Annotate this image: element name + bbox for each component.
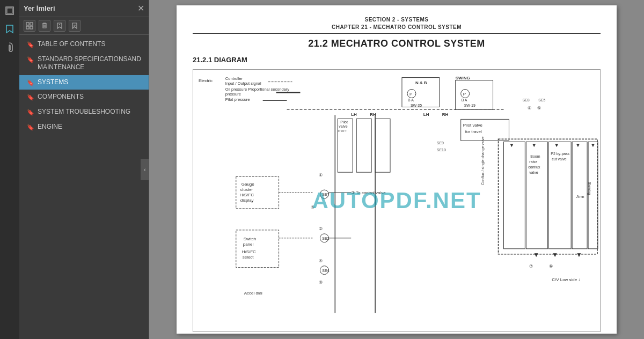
chapter-title: 21.2 MECHATRO CONTROL SYSTEM [193, 38, 601, 49]
bookmark-components-icon: 🔖 [27, 93, 34, 101]
svg-text:for travel: for travel [465, 129, 482, 134]
svg-text:SE5: SE5 [538, 98, 545, 102]
svg-text:valve: valve [529, 171, 538, 174]
svg-text:SWING: SWING [456, 76, 470, 80]
svg-text:Slewing: Slewing [587, 182, 591, 195]
section-label: SECTION 2 - SYSTEMS CHAPTER 21 - MECHATR… [193, 16, 601, 34]
svg-text:Arm: Arm [576, 194, 584, 199]
svg-text:Conflux / single change valve: Conflux / single change valve [481, 136, 485, 185]
svg-text:Pilot  pressure: Pilot pressure [225, 97, 250, 102]
sidebar-title: Yer İmleri [24, 4, 55, 12]
svg-text:▼: ▼ [575, 142, 581, 148]
delete-bookmark-icon[interactable] [39, 20, 50, 32]
svg-text:⑦: ⑦ [529, 264, 533, 269]
svg-text:Pilot valve: Pilot valve [463, 123, 483, 128]
svg-text:⑧: ⑧ [528, 106, 531, 110]
svg-text:C/V Low side ↓: C/V Low side ↓ [552, 277, 580, 282]
bookmark-engine-icon: 🔖 [27, 123, 34, 131]
svg-text:Electric: Electric [199, 78, 213, 83]
svg-text:SW-35: SW-35 [411, 104, 422, 107]
nav-item-standard[interactable]: 🔖 STANDARD SPECIFICATIONSAND MAINTENANCE [19, 52, 149, 75]
svg-text:④: ④ [319, 259, 323, 263]
svg-text:P2 by-pass: P2 by-pass [551, 152, 569, 156]
svg-text:raise: raise [529, 160, 537, 164]
svg-text:Switch: Switch [244, 237, 256, 241]
svg-text:▼: ▼ [552, 251, 558, 259]
svg-text:⑥: ⑥ [549, 264, 553, 269]
svg-rect-69 [503, 142, 525, 248]
svg-text:B  A: B A [408, 98, 414, 102]
nav-item-engine-label: ENGINE [38, 123, 143, 131]
svg-text:③ To control valve: ③ To control valve [351, 190, 386, 195]
nav-item-components[interactable]: 🔖 COMPONENTS [19, 90, 149, 105]
sidebar-header: Yer İmleri ✕ [19, 0, 149, 17]
rename-bookmark-icon[interactable] [69, 20, 80, 32]
diagram-area: AUTOPDF.NET Electric Controller Input / … [193, 69, 601, 332]
bookmarks-icon[interactable] [3, 23, 16, 35]
svg-text:B  A: B A [462, 98, 467, 102]
bookmark-troubleshoot-icon: 🔖 [27, 108, 34, 116]
nav-item-systems-label: SYSTEMS [38, 78, 143, 87]
nav-item-systems[interactable]: 🔖 SYSTEMS [19, 75, 149, 90]
svg-text:P: P [409, 92, 412, 97]
sidebar: Yer İmleri ✕ [19, 0, 149, 339]
svg-text:select: select [243, 255, 254, 260]
svg-rect-5 [30, 26, 33, 29]
svg-text:▼: ▼ [531, 142, 537, 148]
nav-item-components-label: COMPONENTS [38, 93, 143, 101]
svg-text:▼: ▼ [509, 142, 514, 148]
svg-text:H/S/FC: H/S/FC [242, 249, 256, 254]
svg-text:①: ① [319, 173, 323, 178]
svg-text:conflux: conflux [528, 165, 540, 169]
svg-text:SE4: SE4 [322, 269, 329, 272]
nav-item-troubleshooting[interactable]: 🔖 SYSTEM TROUBLESHOOTING [19, 105, 149, 120]
section-line2: CHAPTER 21 - MECHATRO CONTROL SYSTEM [193, 24, 601, 31]
svg-text:P: P [463, 92, 466, 97]
svg-text:SE7: SE7 [322, 193, 329, 196]
svg-text:Oil pressure Proportional  sec: Oil pressure Proportional secondary [225, 87, 289, 92]
paperclip-icon[interactable] [3, 41, 16, 54]
svg-rect-4 [26, 26, 29, 29]
sidebar-toolbar [19, 17, 149, 35]
svg-text:N & B: N & B [415, 80, 427, 85]
nav-item-engine[interactable]: 🔖 ENGINE [19, 120, 149, 135]
svg-text:Gauge: Gauge [241, 182, 254, 187]
nav-item-toc-label: TABLE OF CONTENTS [38, 40, 143, 49]
svg-text:of ATT.: of ATT. [338, 129, 347, 132]
nav-item-troubleshoot-label: SYSTEM TROUBLESHOOTING [38, 108, 143, 116]
svg-rect-2 [26, 23, 29, 25]
svg-text:▼: ▼ [533, 251, 539, 259]
svg-text:②: ② [319, 226, 323, 231]
main-content: SECTION 2 - SYSTEMS CHAPTER 21 - MECHATR… [149, 0, 644, 339]
nav-item-toc[interactable]: 🔖 TABLE OF CONTENTS [19, 37, 149, 52]
sidebar-close-button[interactable]: ✕ [137, 3, 144, 13]
svg-rect-81 [588, 142, 598, 248]
pages-icon[interactable] [3, 4, 16, 17]
page-container: SECTION 2 - SYSTEMS CHAPTER 21 - MECHATR… [149, 0, 644, 339]
expand-all-icon[interactable] [24, 20, 35, 32]
svg-text:SE8: SE8 [522, 98, 529, 102]
svg-text:display: display [240, 198, 254, 203]
svg-text:SE2: SE2 [322, 237, 329, 240]
svg-text:H/S/FC: H/S/FC [240, 193, 254, 197]
svg-rect-1 [7, 8, 12, 13]
svg-text:SE9: SE9 [437, 141, 444, 145]
bookmark-standard-icon: 🔖 [27, 56, 34, 63]
svg-text:cut valve: cut valve [552, 157, 567, 161]
svg-text:SW-19: SW-19 [464, 104, 475, 107]
page: SECTION 2 - SYSTEMS CHAPTER 21 - MECHATR… [177, 5, 617, 334]
icon-bar [0, 0, 19, 339]
bookmark-toc-icon: 🔖 [27, 41, 34, 48]
svg-text:cluster: cluster [240, 187, 253, 192]
svg-rect-42 [375, 119, 390, 172]
svg-text:LH: LH [351, 112, 357, 117]
svg-text:Pilot: Pilot [340, 120, 348, 124]
nav-item-standard-label: STANDARD SPECIFICATIONSAND MAINTENANCE [38, 55, 143, 72]
subsection-title: 21.2.1 DIAGRAM [193, 56, 601, 64]
svg-text:⑧: ⑧ [319, 280, 323, 285]
svg-text:Accel dial: Accel dial [244, 291, 262, 296]
add-bookmark-icon[interactable] [54, 20, 65, 32]
svg-rect-41 [356, 119, 371, 172]
svg-text:▼: ▼ [576, 251, 582, 259]
sidebar-collapse-button[interactable]: ‹ [141, 159, 149, 180]
